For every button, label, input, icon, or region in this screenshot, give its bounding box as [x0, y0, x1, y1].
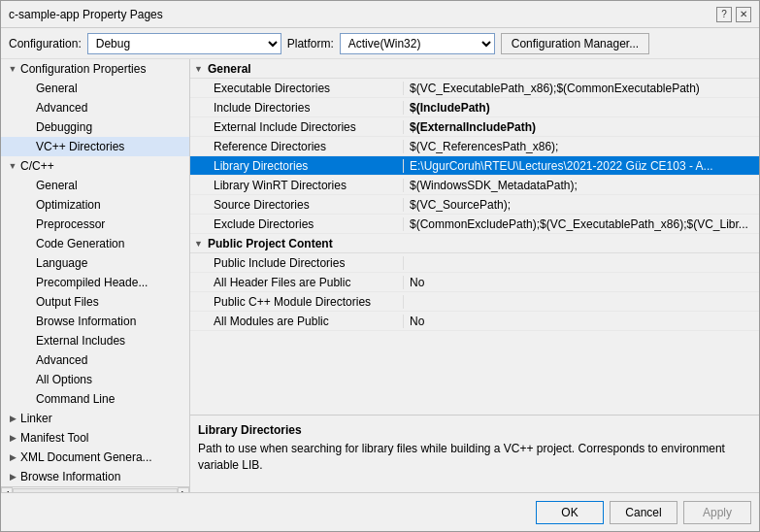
tree-item-general[interactable]: General	[1, 79, 189, 98]
prop-row[interactable]: Executable Directories$(VC_ExecutablePat…	[190, 79, 759, 98]
tree-item-cmd-line[interactable]: Command Line	[1, 389, 189, 409]
tree-item-preprocessor[interactable]: Preprocessor	[1, 215, 189, 234]
prop-row[interactable]: Reference Directories$(VC_ReferencesPath…	[190, 137, 759, 156]
window-title: c-sample-app Property Pages	[9, 8, 163, 21]
tree-item-label: Linker	[20, 412, 52, 425]
tree-item-label: C/C++	[20, 159, 54, 173]
help-button[interactable]: ?	[716, 7, 732, 22]
section-label: Public Project Content	[208, 237, 333, 250]
section-expand-icon: ▼	[194, 239, 208, 249]
cancel-button[interactable]: Cancel	[610, 501, 677, 524]
tree-item-vc-directories[interactable]: VC++ Directories	[1, 137, 189, 156]
prop-value: $(IncludePath)	[404, 101, 759, 115]
prop-name: Library Directories	[190, 159, 404, 173]
title-bar: c-sample-app Property Pages ? ✕	[1, 1, 759, 28]
prop-row[interactable]: Library WinRT Directories$(WindowsSDK_Me…	[190, 176, 759, 195]
prop-name: Include Directories	[190, 101, 404, 115]
tree-item-advanced[interactable]: Advanced	[1, 98, 189, 117]
tree-item-cpp[interactable]: ▼C/C++	[1, 156, 189, 176]
tree-item-label: Advanced	[36, 101, 87, 115]
tree-item-label: Optimization	[36, 198, 101, 212]
section-label: General	[208, 62, 251, 76]
prop-row[interactable]: Public Include Directories	[190, 253, 759, 273]
prop-value: $(VC_ReferencesPath_x86);	[404, 140, 759, 153]
right-panel: ▼GeneralExecutable Directories$(VC_Execu…	[190, 59, 759, 492]
configuration-dropdown[interactable]: Debug	[87, 33, 281, 54]
prop-name: Exclude Directories	[190, 217, 404, 231]
prop-name: External Include Directories	[190, 120, 404, 134]
tree-item-label: General	[36, 82, 78, 95]
bottom-bar: OK Cancel Apply	[1, 492, 759, 531]
tree-item-label: All Options	[36, 373, 92, 386]
info-title: Library Directories	[198, 423, 751, 437]
tree-item-label: VC++ Directories	[36, 140, 124, 153]
prop-value: E:\UgurCoruh\RTEU\Lectures\2021-2022 Güz…	[404, 159, 759, 173]
tree-expand-icon: ▶	[5, 449, 20, 465]
prop-value: No	[404, 315, 759, 328]
ok-button[interactable]: OK	[536, 501, 604, 524]
close-button[interactable]: ✕	[736, 7, 751, 22]
tree-item-label: Output Files	[36, 295, 99, 309]
prop-row[interactable]: External Include Directories$(ExternalIn…	[190, 117, 759, 137]
prop-name: Library WinRT Directories	[190, 179, 404, 192]
tree-expand-icon: ▶	[5, 430, 20, 446]
tree-expand-icon: ▶	[5, 469, 20, 484]
prop-row[interactable]: Include Directories$(IncludePath)	[190, 98, 759, 117]
section-header-public-project[interactable]: ▼Public Project Content	[190, 234, 759, 253]
tree-item-optimization[interactable]: Optimization	[1, 195, 189, 215]
property-pages-window: c-sample-app Property Pages ? ✕ Configur…	[0, 0, 760, 532]
prop-value: $(WindowsSDK_MetadataPath);	[404, 179, 759, 192]
tree-item-label: Language	[36, 256, 87, 270]
tree-item-xml-doc[interactable]: ▶XML Document Genera...	[1, 448, 189, 467]
tree-expand-icon: ▶	[5, 411, 20, 426]
tree-item-all-options[interactable]: All Options	[1, 370, 189, 389]
tree-item-browse-info2[interactable]: ▶Browse Information	[1, 467, 189, 486]
tree-item-advanced2[interactable]: Advanced	[1, 350, 189, 370]
tree-item-language[interactable]: Language	[1, 253, 189, 273]
tree-item-label: General	[36, 179, 78, 192]
prop-row[interactable]: All Header Files are PublicNo	[190, 273, 759, 292]
prop-value: $(VC_ExecutablePath_x86);$(CommonExecuta…	[404, 82, 759, 95]
tree-item-config-properties[interactable]: ▼Configuration Properties	[1, 59, 189, 79]
platform-label: Platform:	[287, 37, 334, 50]
config-row: Configuration: Debug Platform: Active(Wi…	[1, 28, 759, 59]
platform-dropdown[interactable]: Active(Win32)	[340, 33, 495, 54]
tree-item-browse-info[interactable]: Browse Information	[1, 312, 189, 331]
section-header-general[interactable]: ▼General	[190, 59, 759, 79]
prop-row[interactable]: Exclude Directories$(CommonExcludePath);…	[190, 215, 759, 234]
prop-name: All Modules are Public	[190, 315, 404, 328]
tree-item-label: Configuration Properties	[20, 62, 146, 76]
tree-item-label: Command Line	[36, 392, 115, 406]
config-manager-button[interactable]: Configuration Manager...	[501, 33, 649, 54]
tree-item-label: Debugging	[36, 120, 92, 134]
prop-name: Executable Directories	[190, 82, 404, 95]
prop-name: All Header Files are Public	[190, 276, 404, 289]
prop-row[interactable]: Library DirectoriesE:\UgurCoruh\RTEU\Lec…	[190, 156, 759, 176]
prop-table: ▼GeneralExecutable Directories$(VC_Execu…	[190, 59, 759, 415]
tree-item-label: Browse Information	[36, 315, 136, 328]
tree-container: ▼Configuration PropertiesGeneralAdvanced…	[1, 59, 189, 486]
prop-row[interactable]: All Modules are PublicNo	[190, 312, 759, 331]
tree-item-linker[interactable]: ▶Linker	[1, 409, 189, 428]
prop-value: $(VC_SourcePath);	[404, 198, 759, 212]
tree-expand-icon: ▼	[5, 61, 20, 77]
apply-button[interactable]: Apply	[683, 501, 751, 524]
prop-row[interactable]: Source Directories$(VC_SourcePath);	[190, 195, 759, 215]
main-content: ▼Configuration PropertiesGeneralAdvanced…	[1, 59, 759, 492]
tree-item-cpp-general[interactable]: General	[1, 176, 189, 195]
tree-item-label: Advanced	[36, 353, 87, 367]
left-panel: ▼Configuration PropertiesGeneralAdvanced…	[1, 59, 190, 492]
prop-value: No	[404, 276, 759, 289]
prop-name: Public Include Directories	[190, 256, 404, 270]
prop-name: Source Directories	[190, 198, 404, 212]
tree-item-ext-includes[interactable]: External Includes	[1, 331, 189, 350]
section-expand-icon: ▼	[194, 64, 208, 74]
tree-item-debugging[interactable]: Debugging	[1, 117, 189, 137]
tree-item-label: External Includes	[36, 334, 125, 348]
prop-row[interactable]: Public C++ Module Directories	[190, 292, 759, 312]
tree-item-code-gen[interactable]: Code Generation	[1, 234, 189, 253]
tree-item-manifest-tool[interactable]: ▶Manifest Tool	[1, 428, 189, 448]
tree-item-output-files[interactable]: Output Files	[1, 292, 189, 312]
config-label: Configuration:	[9, 37, 82, 50]
tree-item-precompiled[interactable]: Precompiled Heade...	[1, 273, 189, 292]
